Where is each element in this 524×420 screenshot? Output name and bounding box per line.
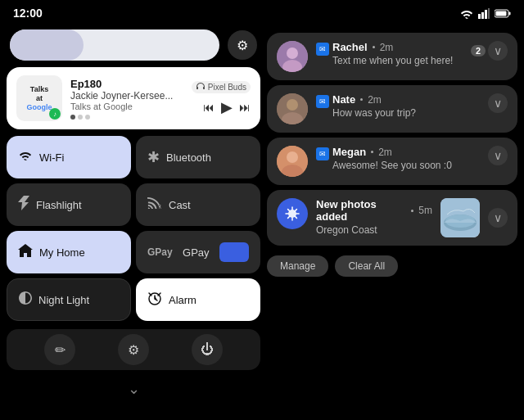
bottom-actions: ✏ ⚙ ⏻ — [7, 329, 260, 370]
tile-cast[interactable]: Cast — [136, 183, 260, 226]
edit-icon: ✏ — [55, 342, 66, 358]
tile-gpay[interactable]: GPay GPay — [136, 231, 260, 273]
tile-bluetooth-label: Bluetooth — [166, 151, 211, 164]
notif-photos-name: New photos added — [316, 198, 406, 223]
tile-alarm[interactable]: Alarm — [136, 278, 260, 321]
tile-cast-label: Cast — [169, 199, 191, 211]
svg-point-9 — [287, 47, 298, 59]
dot-2 — [78, 115, 83, 120]
wifi-icon — [18, 150, 33, 165]
dot-3 — [85, 115, 90, 120]
notif-photos-body: New photos added 5m Oregon Coast — [316, 198, 432, 236]
pixel-buds-label: Pixel Buds — [208, 83, 246, 92]
tile-bluetooth[interactable]: ✱ Bluetooth — [136, 136, 260, 178]
notif-megan-time: 2m — [378, 147, 392, 158]
media-card: Talksat Google ♪ Ep180 Jackie Joyner-Ker… — [7, 67, 260, 129]
bottom-chevron[interactable]: ⌄ — [7, 377, 260, 400]
messages-icon-nate: ✉ — [316, 95, 329, 108]
notif-nate-message: How was your trip? — [332, 107, 480, 119]
brightness-bar[interactable] — [10, 29, 219, 61]
power-button[interactable]: ⏻ — [192, 334, 223, 365]
notif-actions: Manage Clear All — [267, 255, 517, 277]
expand-rachel-button[interactable]: ∨ — [488, 41, 508, 61]
media-info: Ep180 Jackie Joyner-Kersee... Talks at G… — [70, 78, 183, 120]
edit-button[interactable]: ✏ — [44, 334, 75, 365]
expand-megan-button[interactable]: ∨ — [488, 146, 508, 165]
tile-wifi-label: Wi-Fi — [39, 151, 64, 164]
chevron-down-icon: ⌄ — [128, 381, 140, 397]
clear-all-button[interactable]: Clear All — [335, 255, 398, 277]
svg-rect-3 — [488, 8, 490, 19]
brightness-gear[interactable]: ⚙ — [228, 30, 257, 60]
play-button[interactable]: ▶ — [221, 98, 233, 116]
svg-rect-6 — [496, 11, 507, 16]
rewind-button[interactable]: ⏮ — [203, 101, 215, 114]
dot-1 — [70, 115, 75, 120]
notif-rachel-message: Text me when you get here! — [332, 55, 463, 66]
media-artist: Jackie Joyner-Kersee... — [70, 90, 183, 102]
notif-photos-message: Oregon Coast — [316, 224, 432, 236]
gpay-icon: GPay — [147, 246, 173, 258]
forward-button[interactable]: ⏭ — [239, 101, 251, 114]
media-progress-dots — [70, 115, 183, 120]
notif-nate[interactable]: ✉ Nate 2m How was your trip? ∨ — [267, 85, 517, 133]
media-episode: Ep180 — [70, 78, 183, 90]
media-album: Talksat Google ♪ — [16, 75, 62, 121]
left-panel: ⚙ Talksat Google ♪ Ep180 Jackie Joyner-K… — [7, 29, 260, 417]
home-icon — [18, 244, 33, 260]
tile-wifi[interactable]: Wi-Fi — [7, 136, 131, 178]
flashlight-icon — [18, 196, 29, 214]
notif-megan-message: Awesome! See you soon :0 — [332, 160, 480, 171]
right-panel: ✉ Rachel 2m Text me when you get here! 2… — [267, 29, 517, 417]
signal-icon — [478, 8, 490, 19]
svg-rect-0 — [478, 14, 481, 19]
media-btn-row: ⏮ ▶ ⏭ — [203, 98, 251, 116]
manage-button[interactable]: Manage — [267, 255, 328, 277]
notif-photos-header: New photos added 5m — [316, 198, 432, 223]
notif-nate-time: 2m — [368, 94, 382, 106]
spotify-icon: ♪ — [49, 108, 61, 120]
settings-button[interactable]: ⚙ — [118, 334, 149, 365]
tile-myhome-label: My Home — [39, 246, 85, 259]
status-bar: 12:00 — [0, 0, 524, 26]
expand-nate-button[interactable]: ∨ — [488, 93, 508, 113]
notif-photos-time: 5m — [418, 205, 432, 216]
tile-myhome[interactable]: My Home — [7, 231, 131, 273]
notif-nate-header: Nate 2m — [332, 93, 480, 106]
battery-icon — [495, 9, 511, 18]
notif-megan-body: Megan 2m Awesome! See you soon :0 — [332, 146, 480, 171]
notif-megan-header: Megan 2m — [332, 146, 480, 158]
notif-nate-name: Nate — [332, 93, 355, 106]
notif-rachel[interactable]: ✉ Rachel 2m Text me when you get here! 2… — [267, 33, 517, 80]
tile-flashlight[interactable]: Flashlight — [7, 183, 131, 226]
brightness-fill — [10, 29, 84, 61]
gpay-card-icon — [219, 242, 249, 262]
nightlight-icon — [19, 291, 32, 308]
notif-megan-name: Megan — [332, 146, 366, 158]
notif-megan[interactable]: ✉ Megan 2m Awesome! See you soon :0 ∨ — [267, 138, 517, 185]
avatar-nate — [277, 93, 308, 124]
tile-alarm-label: Alarm — [169, 294, 196, 306]
tile-gpay-label: GPay — [183, 246, 210, 259]
settings-icon: ⚙ — [128, 342, 139, 358]
messages-icon-megan: ✉ — [316, 147, 329, 160]
notif-rachel-body: Rachel 2m Text me when you get here! — [332, 41, 463, 66]
quick-tiles-grid: Wi-Fi ✱ Bluetooth Flashlight — [7, 136, 260, 321]
gear-icon: ⚙ — [237, 38, 248, 53]
tile-nightlight[interactable]: Night Light — [7, 278, 131, 321]
alarm-icon — [147, 291, 162, 309]
avatar-photos — [277, 198, 308, 229]
main-content: ⚙ Talksat Google ♪ Ep180 Jackie Joyner-K… — [0, 26, 524, 420]
tile-nightlight-label: Night Light — [38, 294, 89, 306]
svg-rect-1 — [481, 12, 484, 19]
notif-rachel-count: 2 — [471, 45, 486, 56]
svg-rect-2 — [485, 10, 487, 19]
notif-rachel-header: Rachel 2m — [332, 41, 463, 53]
notif-rachel-expand: 2 ∨ — [471, 41, 508, 61]
expand-photos-button[interactable]: ∨ — [488, 208, 508, 228]
svg-point-12 — [287, 99, 298, 111]
notif-photos[interactable]: New photos added 5m Oregon Coast ∨ — [267, 190, 517, 246]
wifi-status-icon — [460, 8, 473, 19]
avatar-rachel — [277, 41, 308, 72]
media-show: Talks at Google — [70, 102, 183, 111]
